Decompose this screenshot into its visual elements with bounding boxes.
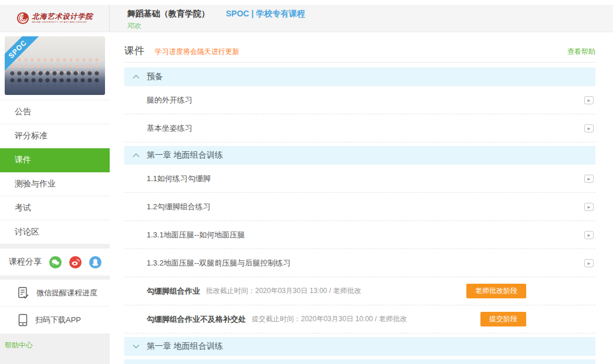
chevron-down-icon <box>133 344 140 349</box>
assignment-title: 勾绷脚组合作业 <box>147 286 200 297</box>
phone-icon <box>18 314 28 326</box>
spoc-ribbon: SPOC <box>5 36 42 73</box>
course-cover-image[interactable]: SPOC <box>5 36 105 95</box>
main-content: 课件 学习进度将会隔天进行更新 查看帮助 预备 腿的外开练习 ▸ 基本坐姿练习 … <box>110 32 613 364</box>
assignment-deadline: 提交截止时间：2020年03月30日 10:00 / 老师批改 <box>252 314 480 324</box>
courseware-list: 预备 腿的外开练习 ▸ 基本坐姿练习 ▸ 第一章 地面组合训练 1.1如何练习勾… <box>124 63 595 364</box>
courseware-header: 课件 学习进度将会隔天进行更新 查看帮助 <box>124 32 595 63</box>
section-header[interactable]: 预备 <box>124 67 595 86</box>
sidebar-menu-item[interactable]: 讨论区 <box>0 220 110 244</box>
play-icon[interactable]: ▸ <box>584 175 594 183</box>
sidebar-menu-item[interactable]: 课件 <box>0 148 110 172</box>
section-header[interactable]: 第一章 地面组合训练 <box>124 337 595 356</box>
sidebar-menu-label: 课件 <box>15 155 31 165</box>
status-badge: 提交阶段 <box>480 312 526 326</box>
lesson-row[interactable]: 1.2勾绷脚组合练习 ▸ <box>124 193 595 221</box>
assignment-title: 勾绷脚组合作业不及格补交处 <box>147 314 246 325</box>
sidebar-menu-item[interactable]: 评分标准 <box>0 124 110 148</box>
sidebar-menu-item[interactable]: 考试 <box>0 196 110 220</box>
logo-swirl-icon <box>16 12 29 25</box>
teacher-name: 邓欢 <box>127 21 613 31</box>
sidebar-menu-label: 评分标准 <box>15 131 48 141</box>
sidebar-menu-item[interactable]: 测验与作业 <box>0 172 110 196</box>
school-name: 北海艺术设计学院 <box>32 13 93 20</box>
course-type-link[interactable]: SPOC | 学校专有课程 <box>226 9 305 19</box>
lesson-title: 1.3.2地面压腿--双腿前压腿与后腿控制练习 <box>147 258 584 268</box>
course-title: 舞蹈基础（教育学院） <box>127 9 209 19</box>
page-title: 课件 <box>124 44 144 57</box>
sidebar-tools: 微信提醒课程进度 扫码下载APP <box>0 280 110 334</box>
play-icon[interactable]: ▸ <box>584 259 594 267</box>
play-icon[interactable]: ▸ <box>584 203 594 211</box>
share-label: 课程分享 <box>9 257 42 267</box>
sidebar-menu-label: 考试 <box>15 203 31 213</box>
sidebar: SPOC 公告 评分标准 课件 测验与作业 考试 讨论区 课程分享 <box>0 32 110 364</box>
lesson-title: 1.1如何练习勾绷脚 <box>147 174 584 184</box>
course-photo-card: SPOC <box>0 32 110 100</box>
lesson-row[interactable]: 1.1如何练习勾绷脚 ▸ <box>124 165 595 193</box>
weibo-icon[interactable] <box>69 256 82 268</box>
checklist-icon <box>18 287 29 300</box>
assignment-row[interactable]: 勾绷脚组合作业不及格补交处 提交截止时间：2020年03月30日 10:00 /… <box>124 305 595 334</box>
course-header: 舞蹈基础（教育学院） SPOC | 学校专有课程 邓欢 <box>110 5 613 32</box>
sidebar-menu-label: 公告 <box>15 107 31 117</box>
help-center-link[interactable]: 帮助中心 <box>0 341 110 351</box>
section-header[interactable]: 第一章 地面组合训练 <box>124 146 595 165</box>
school-logo[interactable]: 北海艺术设计学院 BEIHAI UNIVERSITY OF ART AND DE… <box>0 5 110 32</box>
download-app-label: 扫码下载APP <box>35 315 81 325</box>
lesson-row[interactable]: 1.3.2地面压腿--双腿前压腿与后腿控制练习 ▸ <box>124 249 595 277</box>
qq-icon[interactable] <box>89 256 101 268</box>
section-title: 预备 <box>147 72 163 82</box>
chevron-up-icon <box>133 74 140 79</box>
assignment-row[interactable]: 勾绷脚组合作业 批改截止时间：2020年03月30日 13:00 / 老师批改 … <box>124 277 595 305</box>
lesson-title: 1.3.1地面压腿--如何地面压腿 <box>147 230 584 240</box>
play-icon[interactable]: ▸ <box>584 96 594 104</box>
lesson-title: 腿的外开练习 <box>147 95 584 106</box>
section-header[interactable]: 第一章 地面组合训练 <box>124 359 595 364</box>
sidebar-menu-label: 讨论区 <box>15 227 39 237</box>
sidebar-menu: 公告 评分标准 课件 测验与作业 考试 讨论区 <box>0 100 110 244</box>
view-help-link[interactable]: 查看帮助 <box>567 47 595 57</box>
assignment-deadline: 批改截止时间：2020年03月30日 13:00 / 老师批改 <box>206 286 466 296</box>
play-icon[interactable]: ▸ <box>584 231 594 239</box>
lesson-title: 基本坐姿练习 <box>147 123 584 134</box>
download-app-item[interactable]: 扫码下载APP <box>0 307 110 334</box>
lesson-row[interactable]: 腿的外开练习 ▸ <box>124 86 595 114</box>
lesson-title: 1.2勾绷脚组合练习 <box>147 202 584 212</box>
section-title: 第一章 地面组合训练 <box>147 150 223 161</box>
sidebar-menu-label: 测验与作业 <box>15 179 56 189</box>
chevron-up-icon <box>133 153 140 158</box>
school-name-en: BEIHAI UNIVERSITY OF ART AND DESIGN <box>32 21 93 23</box>
lesson-row[interactable]: 1.3.1地面压腿--如何地面压腿 ▸ <box>124 221 595 249</box>
wechat-icon[interactable] <box>49 256 62 268</box>
play-icon[interactable]: ▸ <box>584 124 594 132</box>
top-header: 北海艺术设计学院 BEIHAI UNIVERSITY OF ART AND DE… <box>0 5 613 32</box>
status-badge: 老师批改阶段 <box>466 284 526 298</box>
app-window: 北海艺术设计学院 BEIHAI UNIVERSITY OF ART AND DE… <box>0 0 613 364</box>
lesson-row[interactable]: 基本坐姿练习 ▸ <box>124 114 595 142</box>
course-share-card: 课程分享 <box>0 249 110 275</box>
progress-notice: 学习进度将会隔天进行更新 <box>155 47 239 57</box>
wechat-reminder-item[interactable]: 微信提醒课程进度 <box>0 280 110 307</box>
section-title: 第一章 地面组合训练 <box>147 341 223 352</box>
wechat-reminder-label: 微信提醒课程进度 <box>36 288 97 298</box>
sidebar-menu-item[interactable]: 公告 <box>0 100 110 124</box>
